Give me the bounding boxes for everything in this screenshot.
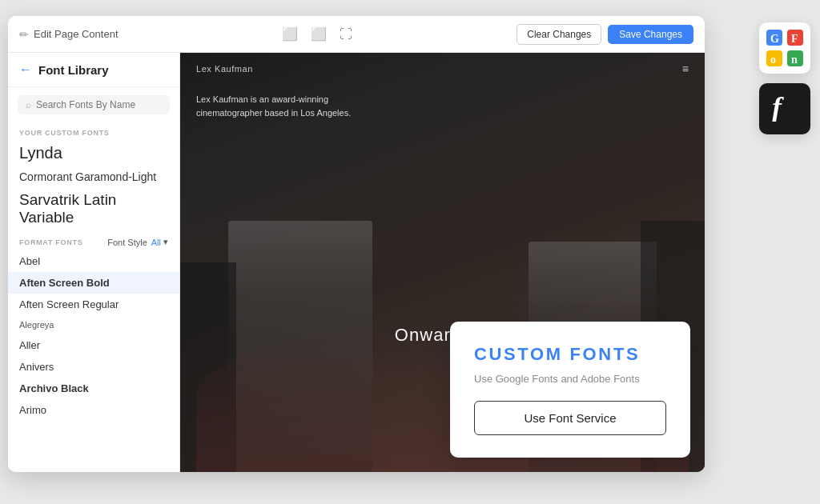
google-fonts-badge[interactable]: G F o n — [759, 22, 810, 74]
expand-icon[interactable]: ⛶ — [340, 27, 352, 42]
font-item-aller[interactable]: Aller — [8, 334, 179, 356]
hero-description: Lex Kaufman is an award-winning cinemato… — [196, 93, 356, 119]
font-item-anivers[interactable]: Anivers — [8, 356, 179, 378]
preview-site-title: Lex Kaufman — [196, 64, 253, 74]
font-library-sidebar: ← Font Library ⌕ YOUR CUSTOM FONTS Lynda… — [8, 53, 180, 472]
svg-text:o: o — [770, 54, 776, 66]
font-item-abel[interactable]: Abel — [8, 250, 179, 272]
editor-window: ✏ Edit Page Content ⬜ ⬜ ⛶ Clear Changes … — [8, 16, 705, 472]
adobe-fonts-icon: f — [770, 90, 799, 128]
font-item-archivo-black[interactable]: Archivo Black — [8, 378, 179, 399]
popup-subtitle: Use Google Fonts and Adobe Fonts — [474, 373, 666, 385]
font-style-selector[interactable]: Font Style All ▾ — [107, 237, 168, 247]
preview-nav: Lex Kaufman ≡ — [180, 53, 705, 85]
save-changes-button[interactable]: Save Changes — [608, 25, 693, 44]
google-fonts-icon: G F o n — [765, 28, 805, 68]
custom-fonts-section-label: YOUR CUSTOM FONTS — [8, 122, 179, 140]
editor-body: ← Font Library ⌕ YOUR CUSTOM FONTS Lynda… — [8, 53, 705, 472]
font-item-aften-regular[interactable]: Aften Screen Regular — [8, 294, 179, 315]
edit-icon: ✏ — [19, 28, 29, 41]
font-item-aften-bold[interactable]: Aften Screen Bold — [8, 272, 179, 294]
sidebar-title: Font Library — [38, 63, 109, 77]
adobe-fonts-badge[interactable]: f — [759, 83, 810, 134]
search-input[interactable] — [36, 99, 162, 110]
svg-text:n: n — [791, 54, 798, 66]
custom-font-cormorant[interactable]: Cormorant Garamond-Light — [8, 166, 179, 187]
edit-page-label: Edit Page Content — [34, 28, 119, 40]
svg-text:f: f — [772, 91, 784, 122]
back-button[interactable]: ← — [19, 62, 32, 77]
toolbar-left: ✏ Edit Page Content — [19, 28, 119, 41]
clear-changes-button[interactable]: Clear Changes — [517, 24, 601, 45]
font-item-arimo[interactable]: Arimo — [8, 399, 179, 421]
use-font-service-button[interactable]: Use Font Service — [474, 401, 666, 435]
sidebar-header: ← Font Library — [8, 53, 179, 87]
format-fonts-label: FORMAT FONTS — [19, 238, 82, 246]
search-icon: ⌕ — [26, 99, 31, 110]
svg-text:F: F — [791, 33, 798, 45]
svg-text:G: G — [770, 33, 779, 45]
toolbar-center: ⬜ ⬜ ⛶ — [119, 26, 517, 42]
canvas-area: Lex Kaufman ≡ Lex Kaufman is an award-wi… — [180, 53, 705, 472]
custom-font-sarvatrik[interactable]: Sarvatrik Latin Variable — [8, 187, 179, 230]
toolbar: ✏ Edit Page Content ⬜ ⬜ ⛶ Clear Changes … — [8, 16, 705, 53]
format-row: FORMAT FONTS Font Style All ▾ — [8, 230, 179, 250]
chevron-down-icon: ▾ — [163, 237, 168, 247]
popup-title: CUSTOM FONTS — [474, 344, 666, 365]
tablet-icon[interactable]: ⬜ — [311, 26, 327, 42]
desktop-icon[interactable]: ⬜ — [282, 26, 298, 42]
search-box: ⌕ — [18, 95, 170, 114]
custom-font-lynda[interactable]: Lynda — [8, 140, 179, 166]
toolbar-right: Clear Changes Save Changes — [517, 24, 693, 45]
hero-text-block: Lex Kaufman is an award-winning cinemato… — [180, 85, 705, 127]
font-item-alegreya[interactable]: Alegreya — [8, 315, 179, 334]
preview-nav-menu-icon: ≡ — [682, 62, 689, 75]
custom-fonts-popup: CUSTOM FONTS Use Google Fonts and Adobe … — [450, 322, 690, 458]
